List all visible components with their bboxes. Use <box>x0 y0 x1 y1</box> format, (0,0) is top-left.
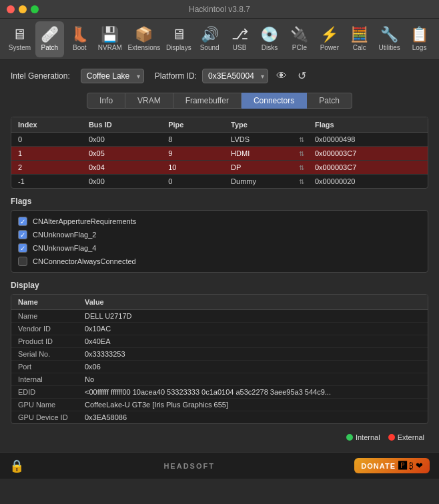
flag-checkbox-3[interactable] <box>18 257 27 266</box>
toolbar-item-system[interactable]: 🖥System <box>5 21 34 57</box>
cell-flags: 0x000003C7 <box>308 161 428 175</box>
cell-type[interactable]: LVDS <box>224 133 308 147</box>
internal-dot <box>346 434 353 441</box>
external-label: External <box>398 433 424 441</box>
toolbar-item-extensions[interactable]: 📦Extensions <box>126 21 162 57</box>
usb-icon: ⎇ <box>232 27 248 42</box>
patch-icon: 🩹 <box>41 27 59 42</box>
display-row: InternalNo <box>11 373 428 386</box>
flag-item[interactable]: ✓CNUnknownFlag_4 <box>17 241 422 255</box>
donate-icons: 🅿 ₿ ❤ <box>398 461 423 471</box>
toolbar-item-logs[interactable]: 📋Logs <box>405 21 434 57</box>
cell-index: 0 <box>11 133 82 147</box>
cell-index: -1 <box>11 175 82 189</box>
display-value: 0x10AC <box>78 323 428 335</box>
cell-bus_id: 0x00 <box>82 175 161 189</box>
toolbar-item-calc[interactable]: 🧮Calc <box>345 21 374 57</box>
legend-row: Internal External <box>11 431 428 444</box>
toolbar-label-system: System <box>9 44 31 51</box>
flag-item[interactable]: ✓CNAlterAppertureRequirements <box>17 215 422 228</box>
flag-item[interactable]: CNConnectorAlwaysConnected <box>17 255 422 268</box>
display-title: Display <box>11 281 428 290</box>
refresh-button[interactable]: ↺ <box>295 68 309 83</box>
table-row[interactable]: 10x059HDMI0x000003C7 <box>11 147 428 161</box>
cell-type[interactable]: DP <box>224 161 308 175</box>
utilities-icon: 🔧 <box>380 27 398 42</box>
toolbar-label-nvram: NVRAM <box>98 44 122 51</box>
intel-gen-select[interactable]: Coffee Lake <box>81 69 144 83</box>
flag-label: CNUnknownFlag_4 <box>33 244 96 252</box>
connectors-table: IndexBus IDPipeTypeFlags00x008LVDS0x0000… <box>11 117 428 188</box>
flag-checkbox-1[interactable]: ✓ <box>18 230 27 239</box>
toolbar-label-extensions: Extensions <box>127 44 160 51</box>
toolbar-label-boot: Boot <box>73 44 87 51</box>
flag-item[interactable]: ✓CNUnknownFlag_2 <box>17 228 422 241</box>
toolbar-item-boot[interactable]: 👢Boot <box>65 21 94 57</box>
connectors-table-section: IndexBus IDPipeTypeFlags00x008LVDS0x0000… <box>11 117 428 189</box>
checkmark-icon: ✓ <box>20 245 25 252</box>
toolbar-label-usb: USB <box>233 44 247 51</box>
cell-flags: 0x000003C7 <box>308 147 428 161</box>
calc-icon: 🧮 <box>350 27 368 42</box>
toolbar-label-power: Power <box>320 44 339 51</box>
intel-gen-label: Intel Generation: <box>11 71 70 81</box>
checkmark-icon: ✓ <box>20 218 25 225</box>
toolbar-item-patch[interactable]: 🩹Patch <box>35 21 64 57</box>
maximize-button[interactable] <box>31 5 39 13</box>
tab-connectors[interactable]: Connectors <box>242 93 307 109</box>
tab-info[interactable]: Info <box>87 93 125 109</box>
col-header-flags: Flags <box>308 117 428 133</box>
display-key: Vendor ID <box>11 323 78 335</box>
cell-pipe: 0 <box>161 175 224 189</box>
toolbar-label-utilities: Utilities <box>379 44 400 51</box>
table-row[interactable]: 20x0410DP0x000003C7 <box>11 161 428 175</box>
display-key: Name <box>11 310 78 323</box>
eye-button[interactable]: 👁 <box>274 69 290 83</box>
toolbar-label-disks: Disks <box>262 44 278 51</box>
minimize-button[interactable] <box>19 5 27 13</box>
cell-type[interactable]: HDMI <box>224 147 308 161</box>
display-row: EDID<00ffffff ffffff00 10acea40 53323333… <box>11 386 428 399</box>
internal-label: Internal <box>356 433 380 441</box>
display-value: 0x40EA <box>78 335 428 348</box>
table-row[interactable]: 00x008LVDS0x00000498 <box>11 133 428 147</box>
cell-type[interactable]: Dummy <box>224 175 308 189</box>
toolbar-item-nvram[interactable]: 💾NVRAM <box>95 21 125 57</box>
system-icon: 🖥 <box>12 27 27 42</box>
internal-legend: Internal <box>346 433 380 441</box>
heart-icon: ❤ <box>416 461 423 471</box>
display-col-name: Name <box>11 295 78 310</box>
close-button[interactable] <box>7 5 15 13</box>
footer-brand: HEADSOFT <box>163 462 215 470</box>
flag-checkbox-2[interactable]: ✓ <box>18 243 27 253</box>
paypal-icon: 🅿 <box>398 461 407 471</box>
toolbar-item-power[interactable]: ⚡Power <box>315 21 344 57</box>
platform-id-select[interactable]: 0x3EA50004 <box>202 69 268 83</box>
col-header-type: Type <box>224 117 308 133</box>
nvram-icon: 💾 <box>101 27 119 42</box>
toolbar-item-displays[interactable]: 🖥Displays <box>163 21 194 57</box>
tab-patch[interactable]: Patch <box>307 93 352 109</box>
footer: 🔒 HEADSOFT DONATE 🅿 ₿ ❤ <box>0 452 439 479</box>
toolbar-item-disks[interactable]: 💿Disks <box>256 21 284 57</box>
toolbar-item-utilities[interactable]: 🔧Utilities <box>375 21 404 57</box>
toolbar-item-sound[interactable]: 🔊Sound <box>195 21 224 57</box>
flag-checkbox-0[interactable]: ✓ <box>18 217 27 226</box>
tab-framebuffer[interactable]: Framebuffer <box>173 93 242 109</box>
display-row: Port0x06 <box>11 361 428 373</box>
display-key: GPU Name <box>11 399 78 411</box>
col-header-bus id: Bus ID <box>82 117 161 133</box>
cell-bus_id: 0x05 <box>82 147 161 161</box>
table-row[interactable]: -10x000Dummy0x00000020 <box>11 175 428 189</box>
donate-button[interactable]: DONATE 🅿 ₿ ❤ <box>354 458 430 473</box>
tab-vram[interactable]: VRAM <box>125 93 173 109</box>
cell-bus_id: 0x00 <box>82 133 161 147</box>
external-dot <box>388 434 395 441</box>
display-row: Vendor ID0x10AC <box>11 323 428 335</box>
display-key: Internal <box>11 373 78 386</box>
toolbar-item-pcie[interactable]: 🔌PCIe <box>285 21 314 57</box>
cell-flags: 0x00000020 <box>308 175 428 189</box>
toolbar-item-usb[interactable]: ⎇USB <box>226 21 254 57</box>
sound-icon: 🔊 <box>201 27 219 42</box>
display-value: DELL U2717D <box>78 310 428 323</box>
